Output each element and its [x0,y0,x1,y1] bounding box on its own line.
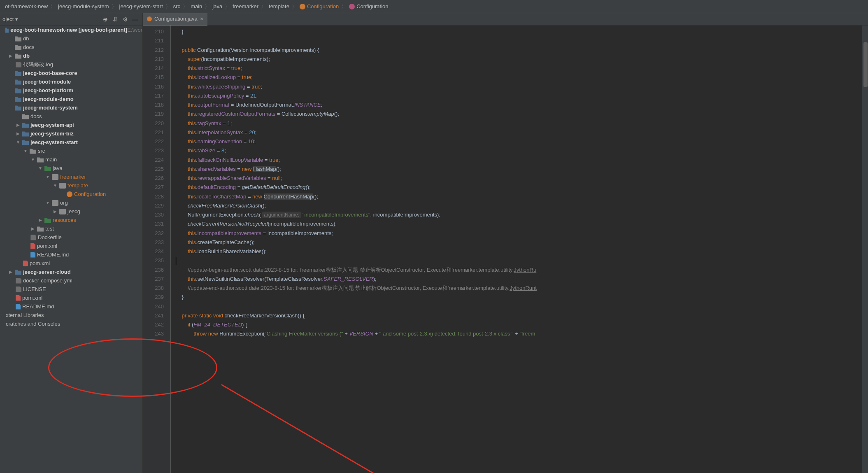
breadcrumb-item[interactable]: Configuration [298,3,340,9]
gutter[interactable]: 2102112122132142152162172182192202212222… [143,26,171,473]
scrollbar-thumb[interactable] [863,42,868,87]
tree-node[interactable]: ▶jeecg-server-cloud [0,268,142,276]
line-number[interactable]: 233 [145,238,164,247]
breadcrumb-item[interactable]: jeecg-system-start [118,3,165,9]
tree-node[interactable]: ▼org [0,198,142,207]
line-number[interactable]: 210 [145,27,164,36]
code-area[interactable]: 2102112122132142152162172182192202212222… [143,26,868,473]
tree-node[interactable]: ▶test [0,224,142,233]
code-line[interactable]: if (FM_24_DETECTED) { [176,320,868,329]
code-line[interactable]: //update-end-author:scott date:2023-8-15… [176,284,868,293]
tree-twisty[interactable]: ▼ [38,166,43,170]
line-number[interactable]: 235 [145,256,164,265]
tree-twisty[interactable]: ▶ [8,270,13,274]
tree-node[interactable]: README.md [0,250,142,259]
tree-node[interactable]: Configuration [0,190,142,198]
code-line[interactable]: this.strictSyntax = true; [176,64,868,73]
line-number[interactable]: 216 [145,82,164,91]
tree-node[interactable]: ▶db [0,51,142,60]
minimize-icon[interactable]: — [131,15,139,23]
tree-twisty[interactable]: ▶ [30,226,35,231]
code-line[interactable] [176,256,868,265]
code-line[interactable]: this.rewrappableSharedVariables = null; [176,174,868,183]
line-number[interactable]: 241 [145,311,164,320]
tree-node[interactable]: ▶jeecg [0,207,142,216]
tree-node[interactable]: pom.xml [0,259,142,268]
tree-node[interactable]: jeecg-module-demo [0,95,142,103]
tree-node[interactable]: ▼src [0,147,142,155]
code-line[interactable]: this.setNewBuiltinClassResolver(Template… [176,275,868,284]
breadcrumb-item[interactable]: freemarker [231,3,260,9]
tree-node[interactable]: docker-compose.yml [0,276,142,285]
tree-node[interactable]: cratches and Consoles [0,319,142,328]
line-number[interactable]: 218 [145,100,164,110]
tree-node[interactable]: ▶jeecg-system-biz [0,129,142,138]
line-number[interactable]: 227 [145,183,164,192]
tree-twisty[interactable]: ▼ [23,149,28,153]
line-number[interactable]: 224 [145,156,164,165]
tab-configuration[interactable]: Configuration.java × [143,13,207,26]
line-number[interactable]: 231 [145,219,164,228]
code-line[interactable]: this.namingConvention = 10; [176,137,868,146]
tree-node[interactable]: ▼freemarker [0,172,142,181]
code-line[interactable]: this.autoEscapingPolicy = 21; [176,91,868,100]
tree-twisty[interactable]: ▶ [38,218,43,222]
tree-node[interactable]: xternal Libraries [0,311,142,319]
tree-node[interactable]: jeecg-boot-platform [0,86,142,95]
project-tree[interactable]: eecg-boot-framework-new [jeecg-boot-pare… [0,26,142,473]
tree-node[interactable]: jeecg-boot-base-core [0,69,142,77]
line-number[interactable]: 226 [145,174,164,183]
tree-twisty[interactable]: ▶ [16,123,21,127]
breadcrumb-item[interactable]: Configuration [347,3,390,9]
breadcrumb-item[interactable]: java [211,3,224,9]
line-number[interactable]: 213 [145,55,164,64]
tree-node[interactable]: pom.xml [0,294,142,302]
line-number[interactable]: 225 [145,165,164,174]
line-number[interactable]: 220 [145,119,164,128]
code-line[interactable]: this.interpolationSyntax = 20; [176,128,868,137]
line-number[interactable]: 212 [145,46,164,55]
line-number[interactable]: 221 [145,128,164,137]
code-line[interactable] [176,36,868,45]
code-line[interactable]: this.incompatibleImprovements = incompat… [176,229,868,238]
tree-node[interactable]: README.md [0,302,142,311]
line-number[interactable]: 214 [145,64,164,73]
tree-node[interactable]: pom.xml [0,242,142,250]
tree-node[interactable]: jeecg-module-system [0,103,142,112]
tree-twisty[interactable]: ▼ [16,140,21,144]
tree-twisty[interactable]: ▶ [53,209,58,214]
code-line[interactable]: this.tagSyntax = 1; [176,119,868,128]
line-number[interactable]: 211 [145,36,164,45]
tree-node[interactable]: LICENSE [0,285,142,294]
code-line[interactable]: this.sharedVariables = new HashMap(); [176,165,868,174]
tree-node[interactable]: ▶jeecg-system-api [0,121,142,129]
breadcrumb-item[interactable]: ot-framework-new [3,3,49,9]
tree-node[interactable]: docs [0,43,142,51]
code-line[interactable]: super(incompatibleImprovements); [176,55,868,64]
breadcrumb-item[interactable]: template [267,3,291,9]
line-number[interactable]: 239 [145,293,164,302]
line-number[interactable]: 219 [145,110,164,119]
breadcrumb-item[interactable]: main [189,3,204,9]
tree-node[interactable]: docs [0,112,142,121]
code-line[interactable]: //update-begin-author:scott date:2023-8-… [176,266,868,275]
line-number[interactable]: 232 [145,229,164,238]
line-number[interactable]: 215 [145,73,164,82]
tree-node[interactable]: ▼jeecg-system-start [0,138,142,147]
tree-twisty[interactable]: ▼ [45,200,50,205]
code-line[interactable]: NullArgumentException.check( argumentNam… [176,210,868,219]
tree-node[interactable]: db [0,34,142,43]
tree-twisty[interactable]: ▼ [45,175,50,179]
code-line[interactable]: checkCurrentVersionNotRecycled(incompati… [176,219,868,228]
code-line[interactable]: this.fallbackOnNullLoopVariable = true; [176,156,868,165]
code-line[interactable] [176,302,868,311]
code-line[interactable]: this.localeToCharsetMap = new Concurrent… [176,192,868,201]
code-line[interactable]: checkFreeMarkerVersionClash(); [176,201,868,210]
scrollbar-track[interactable] [862,26,868,473]
code-line[interactable]: public Configuration(Version incompatibl… [176,46,868,55]
code-line[interactable]: this.defaultEncoding = getDefaultDefault… [176,183,868,192]
tree-twisty[interactable]: ▼ [30,157,35,162]
tree-node[interactable]: ▼template [0,181,142,190]
tree-node[interactable]: ▼main [0,155,142,164]
line-number[interactable]: 217 [145,91,164,100]
